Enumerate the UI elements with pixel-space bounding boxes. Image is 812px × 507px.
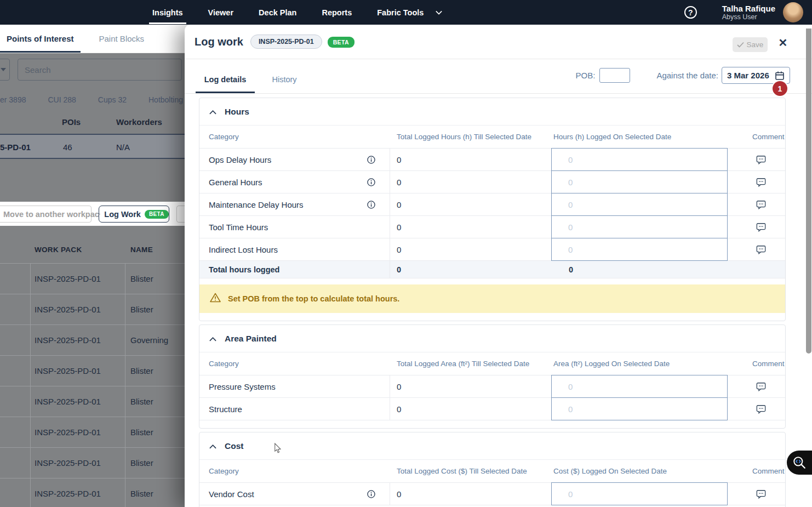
column-header: Total Logged Area (ft²) Till Selected Da… [390, 360, 551, 368]
selected-poi-row[interactable]: 5-PD-01 46 N/A [0, 134, 185, 159]
name-cell: Blister [130, 458, 153, 468]
nav-tab-viewer[interactable]: Viewer [208, 0, 234, 25]
value: 0 [397, 245, 401, 254]
filter-dropdown[interactable] [0, 59, 10, 81]
screen-zoom-widget[interactable] [787, 451, 812, 475]
search-input[interactable] [18, 59, 182, 81]
logged-value-input[interactable] [551, 170, 728, 193]
section-header-area-painted[interactable]: Area Painted [199, 325, 785, 352]
category-cell: Tool Time Hours [199, 216, 390, 238]
nav-tab-insights[interactable]: Insights [152, 0, 183, 25]
column-header: Area (ft²) Logged On Selected Date [551, 360, 737, 368]
filter-chip[interactable]: Hotbolting 23 [148, 95, 185, 104]
filter-chip[interactable]: er 3898 [0, 95, 26, 104]
warning-icon [210, 293, 221, 305]
comment-icon[interactable] [755, 488, 767, 500]
logged-value-input[interactable] [551, 238, 728, 261]
work-table-row[interactable]: INSP-2025-PD-01Blister [0, 263, 185, 294]
section-header-hours[interactable]: Hours [199, 98, 785, 126]
nav-tabs: InsightsViewerDeck PlanReportsFabric Too… [152, 0, 442, 25]
comment-icon[interactable] [755, 154, 767, 166]
total-logged-value: 0 [390, 223, 551, 232]
col-workorders: Workorders [116, 117, 162, 127]
comment-cell [737, 488, 785, 500]
close-icon[interactable]: ✕ [775, 35, 791, 50]
category-cell: Pressure Systems [199, 375, 390, 398]
workpack-chip: INSP-2025-PD-01 [250, 35, 322, 49]
section-hours: HoursCategoryTotal Logged Hours (h) Till… [199, 98, 786, 321]
logged-value-input[interactable] [551, 193, 728, 216]
help-icon[interactable]: ? [684, 6, 697, 19]
tab-points-of-interest[interactable]: Points of Interest [0, 25, 81, 53]
nav-tab-label: Deck Plan [259, 8, 296, 17]
chevron-down-icon [1, 68, 6, 71]
modal-title: Log work [195, 36, 243, 48]
modal-tabs: Log details History [196, 66, 314, 93]
logged-value-input[interactable] [551, 215, 728, 238]
section-cost: CostCategoryTotal Logged Cost ($) Till S… [199, 432, 786, 507]
section-header-cost[interactable]: Cost [199, 432, 785, 460]
filter-chip[interactable]: CUI 288 [48, 95, 76, 104]
scrollbar[interactable] [806, 29, 811, 354]
logged-value-input[interactable] [551, 375, 728, 398]
name-cell: Governing [130, 335, 168, 345]
logged-value-input[interactable] [551, 482, 728, 505]
comment-icon[interactable] [755, 381, 767, 392]
comment-icon[interactable] [755, 176, 767, 188]
column-header: Comment [737, 360, 785, 368]
comment-icon[interactable] [755, 244, 767, 255]
info-icon[interactable] [366, 489, 376, 499]
work-table-row[interactable]: INSP-2025-PD-01Governing [0, 324, 185, 355]
name-cell: Blister [130, 274, 153, 283]
logged-input-cell [551, 375, 737, 398]
table-row: Vendor Cost0 [199, 483, 785, 505]
value: 0 [397, 155, 401, 164]
comment-icon[interactable] [755, 199, 767, 210]
info-icon[interactable] [366, 155, 376, 165]
work-table-row[interactable]: INSP-2025-PD-01Blister [0, 355, 185, 386]
nav-tab-reports[interactable]: Reports [322, 0, 352, 25]
work-table-row[interactable]: INSP-2025-PD-01Blister [0, 478, 185, 507]
logged-value-input[interactable] [551, 397, 728, 420]
work-table-row[interactable]: INSP-2025-PD-01Blister [0, 447, 185, 478]
category-cell: Ops Delay Hours [199, 149, 390, 171]
category-label: Structure [209, 405, 242, 414]
nav-tab-fabric-tools[interactable]: Fabric Tools [377, 0, 442, 25]
work-pack-cell: INSP-2025-PD-01 [35, 428, 101, 437]
category-cell: Indirect Lost Hours [199, 238, 390, 261]
comment-cell [737, 154, 785, 166]
tab-paint-blocks[interactable]: Paint Blocks [93, 25, 151, 53]
column-header: Category [199, 360, 390, 368]
log-work-button[interactable]: Log Work BETA [99, 206, 169, 223]
work-table-row[interactable]: INSP-2025-PD-01Blister [0, 386, 185, 417]
filter-chip[interactable]: Cups 32 [98, 95, 127, 104]
tab-log-details[interactable]: Log details [196, 66, 255, 93]
total-hours-row: Total hours logged00 [199, 261, 785, 278]
tab-history[interactable]: History [255, 66, 314, 93]
log-work-modal: Log work INSP-2025-PD-01 BETA Save ✕ Log… [185, 25, 812, 507]
modal-tabband: Log details History POB: Against the dat… [185, 59, 812, 94]
logged-input-cell [551, 483, 737, 505]
logged-value-input[interactable] [551, 148, 728, 171]
total-label: Total hours logged [199, 261, 390, 278]
value: 0 [397, 178, 401, 187]
comment-icon[interactable] [755, 403, 767, 415]
work-table-row[interactable]: INSP-2025-PD-01Blister [0, 417, 185, 447]
workorders-value: N/A [116, 143, 130, 152]
nav-tab-deck-plan[interactable]: Deck Plan [259, 0, 296, 25]
user-menu[interactable]: Talha Rafique Abyss User [722, 2, 803, 22]
column-header: Category [199, 133, 390, 141]
comment-cell [737, 244, 785, 255]
work-table-row[interactable]: INSP-2025-PD-01Blister [0, 294, 185, 324]
info-icon[interactable] [366, 200, 376, 210]
pob-label: POB: [576, 71, 596, 80]
info-icon[interactable] [366, 177, 376, 187]
magnifier-icon [792, 455, 807, 470]
modal-sections: HoursCategoryTotal Logged Hours (h) Till… [199, 94, 786, 507]
pob-input[interactable] [599, 68, 630, 83]
move-workpack-button[interactable]: Move to another workpack [0, 206, 92, 223]
save-button[interactable]: Save [733, 37, 768, 52]
table-header-row: CategoryTotal Logged Area (ft²) Till Sel… [199, 352, 785, 375]
comment-icon[interactable] [755, 221, 767, 233]
nav-tab-label: Insights [152, 8, 183, 17]
